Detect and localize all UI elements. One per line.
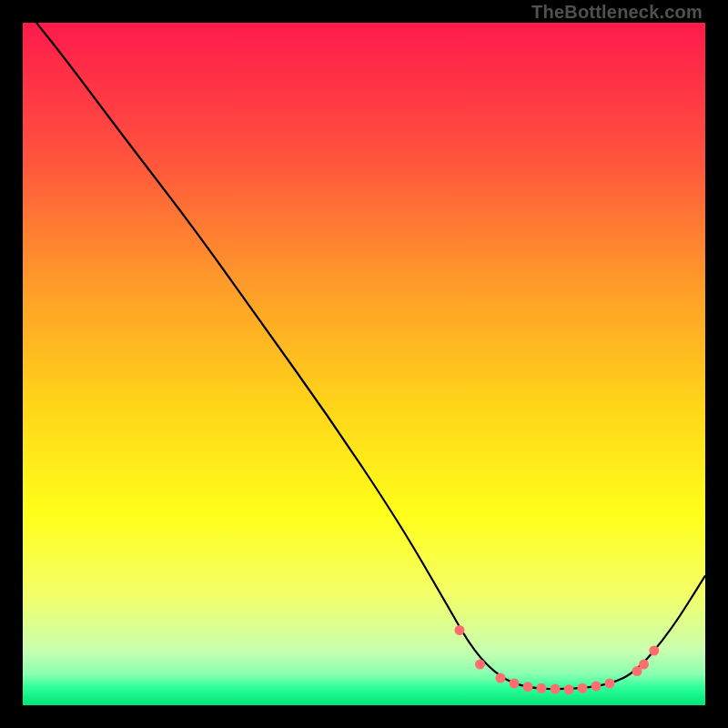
- chart-frame: [23, 23, 705, 705]
- data-marker: [578, 683, 588, 693]
- data-marker: [649, 646, 659, 656]
- data-marker: [639, 660, 649, 670]
- watermark-text: TheBottleneck.com: [531, 2, 703, 23]
- data-marker: [510, 679, 520, 689]
- data-marker: [455, 625, 465, 635]
- gradient-bg: [23, 23, 705, 705]
- data-marker: [475, 660, 485, 670]
- bottleneck-chart: [23, 23, 705, 705]
- data-marker: [551, 684, 561, 694]
- data-marker: [537, 683, 547, 693]
- data-marker: [564, 684, 574, 694]
- data-marker: [605, 679, 615, 689]
- data-marker: [496, 673, 506, 683]
- data-marker: [523, 682, 533, 692]
- data-marker: [592, 682, 602, 692]
